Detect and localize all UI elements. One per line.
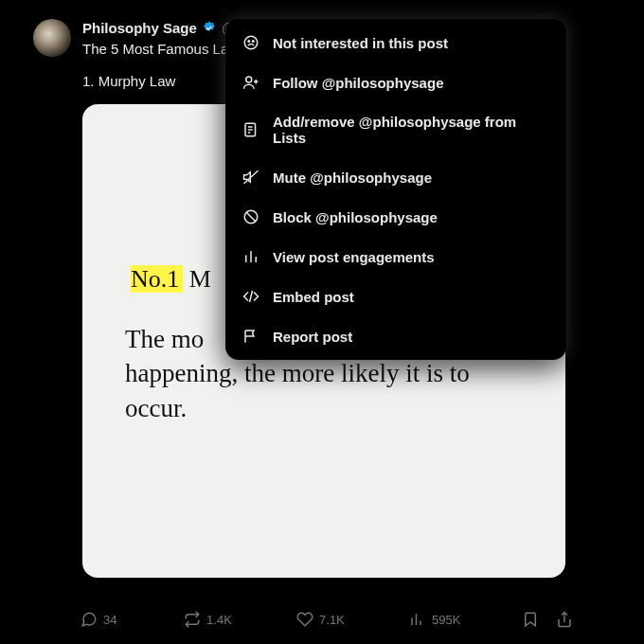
- menu-item-label: Follow @philosophysage: [273, 75, 443, 91]
- embed-icon: [242, 288, 259, 305]
- card-heading-highlight: No.1: [131, 265, 183, 293]
- action-bar: 34 1.4K 7.1K 595K: [80, 611, 573, 628]
- svg-point-0: [244, 36, 258, 49]
- views-button[interactable]: 595K: [409, 611, 522, 628]
- block-icon: [242, 208, 259, 225]
- views-icon: [409, 611, 426, 628]
- card-body-rest: happening, the more likely it is to occu…: [125, 359, 470, 421]
- verified-badge-icon: [201, 20, 218, 37]
- like-button[interactable]: 7.1K: [296, 611, 409, 628]
- card-heading: No.1 M: [125, 265, 217, 294]
- menu-item-label: Report post: [273, 329, 352, 345]
- menu-lists[interactable]: Add/remove @philosophysage from Lists: [225, 102, 566, 157]
- flag-icon: [242, 328, 259, 345]
- menu-item-label: Add/remove @philosophysage from Lists: [273, 114, 549, 146]
- menu-item-label: View post engagements: [273, 249, 435, 265]
- reply-button[interactable]: 34: [80, 611, 184, 628]
- post-context-menu: Not interested in this post Follow @phil…: [225, 19, 566, 360]
- menu-report[interactable]: Report post: [225, 316, 566, 356]
- list-icon: [242, 121, 259, 138]
- analytics-icon: [242, 248, 259, 265]
- svg-point-3: [246, 77, 252, 82]
- like-count: 7.1K: [319, 613, 345, 627]
- menu-engagements[interactable]: View post engagements: [225, 237, 566, 277]
- repost-count: 1.4K: [206, 613, 232, 627]
- repost-icon: [184, 611, 201, 628]
- repost-button[interactable]: 1.4K: [184, 611, 296, 628]
- menu-follow[interactable]: Follow @philosophysage: [225, 63, 566, 102]
- reply-icon: [80, 611, 98, 628]
- menu-not-interested[interactable]: Not interested in this post: [225, 23, 566, 63]
- avatar[interactable]: [33, 19, 71, 57]
- menu-item-label: Not interested in this post: [273, 35, 448, 51]
- frown-icon: [242, 34, 259, 51]
- user-plus-icon: [242, 74, 259, 91]
- menu-item-label: Embed post: [273, 289, 354, 305]
- menu-embed[interactable]: Embed post: [225, 277, 566, 316]
- svg-point-1: [248, 41, 250, 43]
- display-name[interactable]: Philosophy Sage: [82, 19, 197, 38]
- menu-item-label: Block @philosophysage: [273, 209, 438, 225]
- mute-icon: [242, 169, 259, 186]
- menu-block[interactable]: Block @philosophysage: [225, 197, 566, 237]
- svg-point-2: [253, 41, 255, 43]
- menu-item-label: Mute @philosophysage: [273, 170, 432, 186]
- card-heading-rest: M: [189, 265, 211, 293]
- view-count: 595K: [432, 613, 460, 627]
- card-body-prefix: The mo: [125, 325, 204, 353]
- menu-mute[interactable]: Mute @philosophysage: [225, 157, 566, 197]
- share-button[interactable]: [556, 611, 573, 628]
- heart-icon: [296, 611, 313, 628]
- bookmark-button[interactable]: [522, 611, 539, 628]
- reply-count: 34: [103, 613, 116, 627]
